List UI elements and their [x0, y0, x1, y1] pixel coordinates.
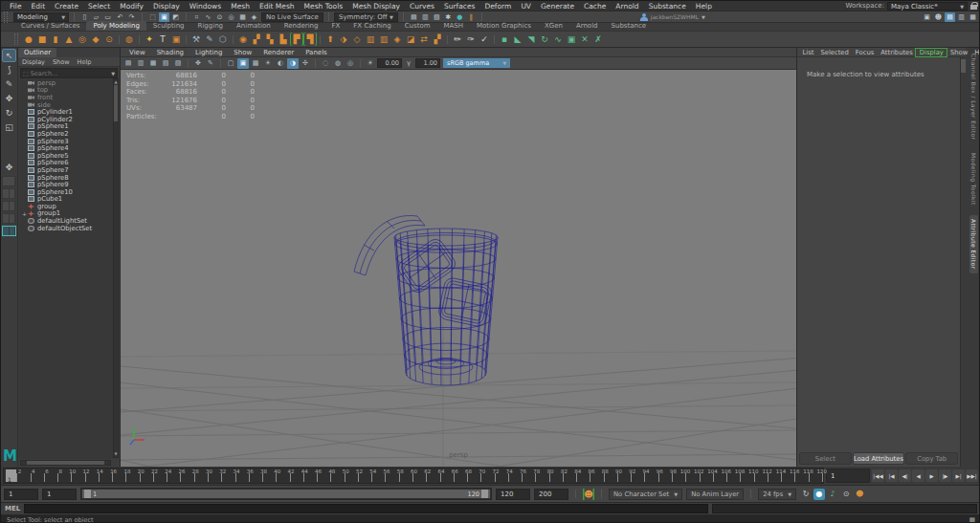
redo-icon[interactable]: ↷	[126, 12, 137, 22]
boolean-intersection-icon[interactable]: ▜	[303, 33, 317, 46]
timeline-frame-80[interactable]: 80	[536, 469, 549, 483]
ipr-render-icon[interactable]: ▧	[432, 12, 442, 22]
copy-tab-button[interactable]: Copy Tab	[905, 452, 958, 465]
isolate-select-icon[interactable]: ◌	[320, 58, 331, 69]
shadows-icon[interactable]: ◐	[275, 58, 286, 69]
mute-sound-icon[interactable]: ♪	[827, 489, 838, 500]
outliner-item-psphere10[interactable]: pSphere10	[19, 188, 113, 196]
snap-to-view-plane-icon[interactable]: ▦	[237, 12, 248, 22]
current-time-field[interactable]: 1	[826, 469, 870, 483]
character-set-select[interactable]: No Character Set▼	[609, 489, 682, 500]
timeline-frame-48[interactable]: 48	[318, 469, 331, 483]
ae-menu-attributes[interactable]: Attributes	[878, 49, 917, 56]
timeline-frame-42[interactable]: 42	[277, 469, 290, 483]
shelf-tab-arnold[interactable]: Arnold	[569, 21, 605, 31]
single-pane-layout[interactable]	[2, 176, 16, 186]
relax-tool-icon[interactable]: ✓	[478, 33, 491, 46]
grid-icon[interactable]: ▦	[969, 516, 975, 523]
menu-display[interactable]: Display	[148, 2, 185, 11]
playback-range-track[interactable]: 1 120	[80, 488, 492, 500]
outliner-item-pcube1[interactable]: pCube1	[19, 196, 113, 204]
viewport-menu-show[interactable]: Show	[229, 49, 256, 56]
create-polygon-icon[interactable]: ⬡	[216, 33, 230, 46]
menu-create[interactable]: Create	[50, 2, 83, 11]
quad-draw-icon[interactable]: ✎	[203, 33, 216, 46]
image-plane-icon[interactable]: ▨	[172, 58, 184, 69]
timeline-frame-114[interactable]: 114	[768, 469, 782, 483]
humanik-toggle-icon[interactable]: ☻	[933, 12, 944, 22]
step-forward-frame-button[interactable]: ▶|	[952, 469, 965, 482]
outliner-vertical-scrollbar[interactable]: ▲ ▼	[113, 78, 119, 458]
menu-file[interactable]: File	[5, 2, 27, 11]
menu-surfaces[interactable]: Surfaces	[439, 2, 479, 11]
menu-substance[interactable]: Substance	[644, 2, 691, 11]
animation-preferences-icon[interactable]: ⊙	[840, 489, 852, 500]
shaded-mode-icon[interactable]: ▣	[237, 58, 249, 69]
timeline-frame-116[interactable]: 116	[782, 469, 795, 483]
ae-menu-list[interactable]: List	[799, 49, 817, 56]
channel-box-toggle-icon[interactable]: ▦	[968, 12, 978, 22]
viewport-menu-view[interactable]: View	[124, 49, 150, 56]
viewport-menu-panels[interactable]: Panels	[301, 49, 332, 56]
playback-loop-icon[interactable]: ↻	[800, 489, 812, 500]
gamma-icon[interactable]: γ	[403, 58, 414, 69]
outliner-item-group[interactable]: group	[19, 203, 113, 210]
timeline-frame-88[interactable]: 88	[590, 469, 604, 483]
snap-to-curve-icon[interactable]: ∿	[203, 12, 213, 22]
expand-icon[interactable]: +	[21, 210, 28, 217]
play-forwards-button[interactable]: ▶	[925, 469, 938, 482]
timeline-frame-12[interactable]: 12	[72, 469, 85, 483]
timeline-frame-36[interactable]: 36	[236, 469, 250, 483]
load-attributes-button[interactable]: Load Attributes	[853, 452, 905, 465]
timeline-frame-8[interactable]: 8	[45, 469, 58, 483]
menu-edit[interactable]: Edit	[27, 2, 51, 11]
menu-select[interactable]: Select	[83, 2, 115, 11]
boolean-union-icon[interactable]: ▙	[277, 33, 290, 46]
timeline-frame-78[interactable]: 78	[523, 469, 536, 483]
wireframe-glass-model[interactable]	[350, 210, 513, 406]
pause-viewport-icon[interactable]: ‖	[466, 12, 477, 22]
wireframe-mode-icon[interactable]: ▢	[225, 58, 236, 69]
outliner-search-input[interactable]: ⬚ Search... ▼	[20, 68, 118, 78]
timeline-frame-24[interactable]: 24	[154, 469, 167, 483]
shelf-tab-xgen[interactable]: XGen	[538, 21, 569, 31]
ae-menu-help[interactable]: Help	[971, 49, 980, 56]
viewport-menu-shading[interactable]: Shading	[152, 49, 189, 56]
tab-channel-box-layer-editor[interactable]: Channel Box / Layer Editor	[969, 50, 978, 143]
timeline-frame-14[interactable]: 14	[86, 469, 100, 483]
timeline-frame-2[interactable]: 2	[4, 469, 17, 483]
2d-pan-zoom-icon[interactable]: ✥	[192, 58, 204, 69]
two-pane-layout[interactable]	[2, 188, 16, 199]
timeline-frame-58[interactable]: 58	[386, 469, 399, 483]
timeline-frame-16[interactable]: 16	[100, 469, 113, 483]
timeline-frame-98[interactable]: 98	[659, 469, 673, 483]
menu-set-select[interactable]: Modeling ▼	[13, 12, 69, 22]
separate-icon[interactable]: ▚	[263, 33, 277, 46]
shelf-tab-rendering[interactable]: Rendering	[278, 21, 325, 31]
bevel-icon[interactable]: ◈	[390, 33, 404, 46]
symmetry-field[interactable]: Symmetry: Off ▼	[334, 12, 398, 22]
sculpt-tool-icon[interactable]: ✏	[451, 33, 464, 46]
multi-cut-icon[interactable]: ⚒	[189, 33, 203, 46]
range-start-handle[interactable]	[84, 490, 91, 498]
timeline-frame-72[interactable]: 72	[481, 469, 495, 483]
attribute-editor-toggle-icon[interactable]: ▤	[945, 12, 955, 22]
combine-icon[interactable]: ▞	[250, 33, 263, 46]
lasso-tool-icon[interactable]: ⟆	[2, 63, 16, 76]
fps-select[interactable]: 24 fps▼	[758, 489, 796, 500]
account-area[interactable]: jackbenSZWHML ▼	[640, 13, 705, 21]
scale-tool-icon[interactable]: ◱	[2, 120, 16, 134]
menu-cache[interactable]: Cache	[579, 2, 611, 11]
outliner-menu-help[interactable]: Help	[74, 58, 96, 66]
timeline-frame-4[interactable]: 4	[17, 469, 31, 483]
four-pane-layout[interactable]	[2, 213, 16, 224]
grip-handle[interactable]	[4, 11, 8, 23]
bridge-icon[interactable]: ⬗	[337, 33, 350, 46]
target-weld-icon[interactable]: ◉	[236, 33, 250, 46]
timeline-frame-54[interactable]: 54	[359, 469, 372, 483]
timeline-frame-84[interactable]: 84	[564, 469, 577, 483]
tab-attribute-editor[interactable]: Attribute Editor	[969, 215, 978, 273]
live-surface-field[interactable]: No Live Surface	[261, 12, 323, 22]
select-component-icon[interactable]: ◩	[170, 12, 181, 22]
new-scene-icon[interactable]: ▯	[79, 12, 90, 22]
